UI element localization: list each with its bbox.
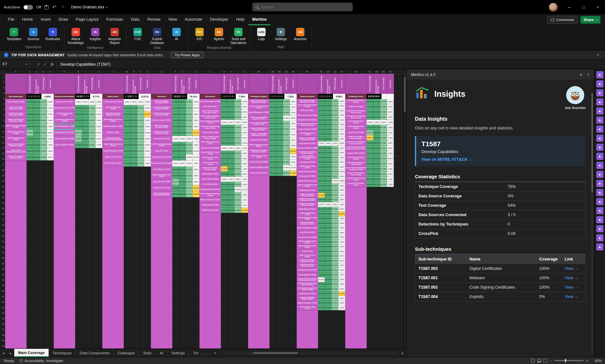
grid-cell[interactable]: 100.00%	[325, 151, 332, 156]
grid-cell[interactable]: 54.35%	[332, 277, 338, 282]
grid-cell[interactable]: 13.67%	[96, 105, 102, 111]
technique-name-cell[interactable]: Command and Scripting Interpreter (T1059…	[151, 105, 172, 111]
row-header[interactable]: 50	[0, 343, 5, 348]
grid-cell[interactable]: 100.00%	[228, 115, 234, 120]
save-icon[interactable]	[44, 5, 49, 9]
grid-cell[interactable]: 100.00%	[367, 166, 373, 171]
grid-cell[interactable]: 100.00%	[276, 110, 283, 116]
grid-cell[interactable]: 2.00%	[338, 108, 345, 113]
grid-cell[interactable]: 100.00%	[172, 124, 179, 130]
row-header[interactable]: 27	[0, 217, 5, 222]
technique-name-cell[interactable]: Domain or Tenant Policy Modification (T1…	[248, 132, 269, 138]
grid-cell[interactable]: 6.00%	[193, 179, 200, 185]
column-header[interactable]: AM	[373, 69, 380, 74]
grid-cell[interactable]: 4.30%	[290, 154, 297, 160]
grid-cell[interactable]: 0.00%	[325, 202, 332, 207]
grid-cell[interactable]: 54.35%	[332, 123, 338, 127]
technique-name-cell[interactable]: Escape to Host (T1611)	[248, 138, 269, 143]
grid-cell[interactable]: 54.35%	[332, 104, 338, 109]
grid-cell[interactable]: 1.83%	[47, 142, 54, 148]
technique-name-cell[interactable]: Modify Authentication Process (T1556)	[297, 193, 318, 198]
grid-cell[interactable]: 100.00%	[325, 305, 332, 310]
grid-cell[interactable]: 5.02%	[338, 259, 345, 263]
grid-cell[interactable]: 100.00%	[325, 127, 332, 132]
sheet-overflow-button[interactable]: …	[203, 349, 211, 357]
row-header[interactable]: 13	[0, 140, 5, 145]
technique-name-cell[interactable]: Forced Authentication (T1187)	[345, 120, 367, 125]
grid-cell[interactable]: 100.00%	[318, 155, 325, 160]
technique-name-cell[interactable]: Subvert Trust Controls (T1553)	[297, 254, 318, 259]
grid-cell[interactable]: 100.00%	[124, 142, 131, 148]
grid-cell[interactable]: 49.00%	[193, 191, 200, 197]
technique-name-cell[interactable]: Exploit Public-Facing Application (T1190…	[102, 111, 124, 117]
grid-cell[interactable]: 100.00%	[179, 111, 186, 117]
grid-cell[interactable]: 100.00%	[82, 136, 89, 142]
redo-icon[interactable]: ↷	[60, 5, 65, 10]
grid-cell[interactable]: 100.00%	[221, 125, 228, 130]
grid-cell[interactable]: 54.35%	[89, 111, 96, 117]
grid-cell[interactable]: 100.00%	[325, 268, 332, 273]
row-header[interactable]: 12	[0, 134, 5, 140]
grid-cell[interactable]: 100.00%	[325, 113, 332, 118]
grid-cell[interactable]: 2.10%	[241, 203, 248, 208]
grid-cell[interactable]: 54.35%	[380, 140, 387, 146]
grid-cell[interactable]: 19.00%	[144, 130, 151, 136]
grid-cell[interactable]: 54.35%	[332, 170, 338, 174]
grid-cell[interactable]: 66.67%	[75, 130, 82, 136]
technique-name-cell[interactable]: Pre-OS Boot (T1542)	[200, 182, 221, 187]
row-header[interactable]: 16	[0, 156, 5, 162]
row-header[interactable]: 2	[0, 79, 5, 85]
grid-cell[interactable]: 54.35%	[332, 273, 338, 278]
grid-cell[interactable]: 54.35%	[332, 216, 338, 221]
technique-name-cell[interactable]: System Script Proxy Execution (T1216)	[297, 263, 318, 268]
technique-name-cell[interactable]: Indicator Removal (T1070)	[297, 179, 318, 184]
grid-cell[interactable]: 54.35%	[234, 109, 241, 115]
column-header[interactable]: G	[54, 69, 75, 74]
grid-cell[interactable]: 75.00%	[367, 130, 373, 135]
grid-cell[interactable]: 100.00%	[27, 105, 33, 111]
search-bar[interactable]	[252, 3, 353, 11]
grid-cell[interactable]: 100.00%	[325, 165, 332, 170]
technique-name-cell[interactable]: Deobfuscate/Decode Files or Information …	[297, 123, 318, 127]
scroll-right-icon[interactable]: ▸	[399, 349, 406, 357]
grid-cell[interactable]: 100.00%	[325, 183, 332, 188]
grid-cell[interactable]: 3.00%	[387, 115, 394, 120]
grid-cell[interactable]: 100.00%	[172, 185, 179, 191]
grid-cell[interactable]: 54.35%	[234, 104, 241, 109]
grid-cell[interactable]: 54.35%	[137, 117, 144, 124]
column-header[interactable]: X	[228, 69, 234, 74]
column-header[interactable]: S	[179, 69, 186, 74]
grid-cell[interactable]: 1.00%	[338, 305, 345, 310]
grid-cell[interactable]: 8.75%	[96, 130, 102, 136]
grid-cell[interactable]: 21.40%	[290, 171, 297, 176]
grid-cell[interactable]: 0.00%	[186, 160, 193, 167]
tactic-sparkline-cell[interactable]	[318, 94, 333, 99]
grid-cell[interactable]: 100.00%	[124, 111, 131, 117]
grid-cell[interactable]: 1.00%	[241, 146, 248, 151]
technique-name-cell[interactable]: Trusted Relationship (T1199)	[102, 148, 124, 154]
row-header[interactable]: 20	[0, 178, 5, 184]
grid-cell[interactable]: 54.35%	[283, 105, 290, 110]
undo-icon[interactable]: ↶	[52, 5, 57, 10]
technique-name-cell[interactable]: Serverless Execution (T1648)	[151, 160, 172, 167]
grid-cell[interactable]: 54.35%	[89, 130, 96, 136]
grid-cell[interactable]: 100.00%	[318, 249, 325, 254]
grid-cell[interactable]: 6.00%	[290, 160, 297, 165]
grid-cell[interactable]: 54.35%	[283, 149, 290, 154]
technique-name-cell[interactable]: OS Credential Dumping (T1003)	[345, 156, 367, 161]
grid-cell[interactable]: 54.35%	[186, 142, 193, 148]
ribbon-button-anacleto[interactable]: ANAnacleto	[291, 26, 310, 45]
sheet-tab-settings[interactable]: Settings	[167, 349, 189, 357]
grid-cell[interactable]: 0.00%	[228, 146, 234, 151]
grid-cell[interactable]: 54.35%	[234, 203, 241, 208]
technique-name-cell[interactable]: Rootkit (T1014)	[297, 249, 318, 254]
tactic-percent-cell[interactable]: 13.31%	[139, 94, 151, 99]
row-header[interactable]: 35	[0, 261, 5, 266]
ribbon-tab-home[interactable]: Home	[18, 14, 37, 25]
grid-cell[interactable]: 21.40%	[338, 292, 345, 296]
technique-name-cell[interactable]: Gather Victim Identity Information (T158…	[5, 111, 27, 117]
technique-name-cell[interactable]: Rogue Domain Controller (T1207)	[297, 245, 318, 249]
grid-cell[interactable]: 54.35%	[332, 305, 338, 310]
grid-cell[interactable]: 100.00%	[33, 124, 40, 130]
row-header[interactable]: 46	[0, 321, 5, 327]
